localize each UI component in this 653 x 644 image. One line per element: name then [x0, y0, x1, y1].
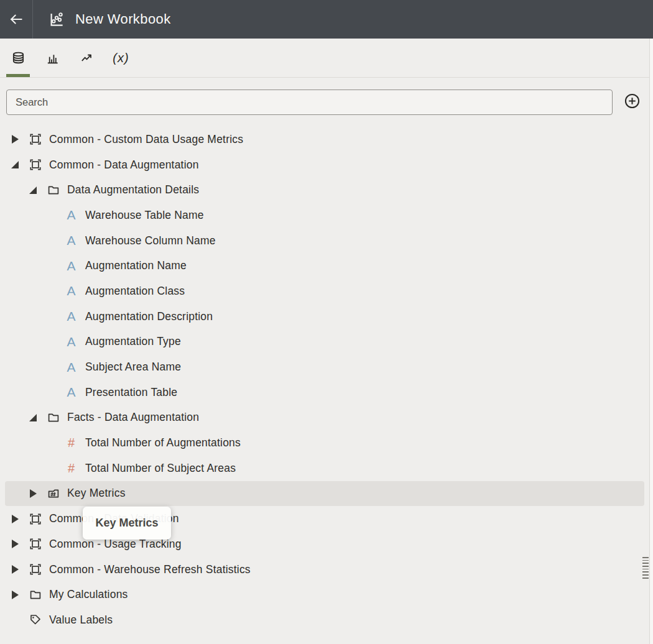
panel-toolbar: (x): [0, 39, 649, 78]
tree-item-facts-data-augmentation[interactable]: Facts - Data Augmentation: [5, 405, 644, 431]
expand-icon[interactable]: [10, 134, 20, 144]
expand-icon[interactable]: [10, 590, 20, 600]
search-input[interactable]: [6, 90, 613, 115]
tree-item-total-number-of-subject-areas[interactable]: # Total Number of Subject Areas: [5, 456, 644, 481]
subject-area-icon: [29, 512, 42, 526]
trend-line-icon: [80, 51, 94, 65]
measure-folder-icon: [47, 487, 60, 500]
collapse-icon[interactable]: [28, 185, 38, 195]
tag-icon: [29, 613, 42, 627]
tree-item-data-augmentation-details[interactable]: Data Augmentation Details: [5, 177, 644, 203]
tree-item-common-warehouse-refresh-statistics[interactable]: Common - Warehouse Refresh Statistics: [5, 557, 644, 582]
active-tab-indicator: [6, 74, 30, 77]
tree-item-total-number-of-augmentations[interactable]: # Total Number of Augmentations: [5, 430, 644, 456]
measure-icon: #: [65, 461, 78, 475]
subject-area-icon: [29, 563, 42, 576]
folder-icon: [29, 588, 42, 602]
expand-icon[interactable]: [28, 489, 38, 499]
page-title: New Workbook: [75, 11, 171, 27]
folder-icon: [47, 183, 60, 197]
attribute-icon: A: [65, 259, 78, 273]
tree-item-augmentation-type[interactable]: A Augmentation Type: [5, 329, 644, 355]
attribute-icon: A: [65, 310, 78, 323]
workbook-scatter-icon: [48, 11, 65, 28]
tree-item-common-custom-data-usage-metrics[interactable]: Common - Custom Data Usage Metrics: [5, 127, 644, 152]
subject-area-icon: [29, 537, 42, 551]
expand-icon[interactable]: [10, 539, 20, 549]
bar-chart-icon: [45, 51, 60, 65]
tree-item-common-data-augmentation[interactable]: Common - Data Augmentation: [5, 152, 644, 178]
attribute-icon: A: [65, 208, 78, 222]
expand-icon[interactable]: [10, 564, 20, 574]
tree-item-key-metrics[interactable]: Key Metrics: [5, 481, 644, 507]
tree-item-subject-area-name[interactable]: A Subject Area Name: [5, 354, 644, 380]
subject-area-icon: [29, 158, 42, 172]
app-header: New Workbook: [0, 0, 653, 39]
header-divider: [32, 0, 33, 39]
tree-item-presentation-table[interactable]: A Presentation Table: [5, 380, 644, 405]
tab-visualizations[interactable]: [35, 39, 70, 77]
collapse-icon[interactable]: [28, 413, 38, 423]
panel-resize-grip[interactable]: [642, 557, 649, 580]
tree-item-my-calculations[interactable]: My Calculations: [5, 582, 644, 607]
back-button[interactable]: [0, 0, 32, 39]
database-icon: [11, 51, 25, 65]
collapse-icon[interactable]: [10, 160, 20, 170]
data-panel-tree: Common - Custom Data Usage Metrics Commo…: [0, 127, 649, 633]
tab-variables[interactable]: (x): [104, 39, 138, 77]
folder-icon: [47, 411, 60, 425]
tree-item-warehouse-table-name[interactable]: A Warehouse Table Name: [5, 203, 644, 228]
attribute-icon: A: [65, 361, 78, 374]
subject-area-icon: [29, 132, 42, 146]
expand-icon[interactable]: [10, 514, 20, 524]
attribute-icon: A: [65, 335, 78, 349]
attribute-icon: A: [65, 234, 78, 247]
tree-item-augmentation-description[interactable]: A Augmentation Description: [5, 304, 644, 329]
attribute-icon: A: [65, 385, 78, 399]
tree-item-warehouse-column-name[interactable]: A Warehouse Column Name: [5, 228, 644, 254]
tree-item-augmentation-class[interactable]: A Augmentation Class: [5, 278, 644, 304]
function-icon: (x): [113, 51, 129, 65]
tree-item-augmentation-name[interactable]: A Augmentation Name: [5, 253, 644, 278]
key-metrics-tooltip: Key Metrics: [83, 507, 171, 540]
add-dataset-button[interactable]: [624, 93, 641, 109]
tree-item-value-labels[interactable]: Value Labels: [5, 607, 644, 633]
tab-analytics[interactable]: [70, 39, 104, 77]
attribute-icon: A: [65, 284, 78, 298]
panel-edge: [649, 39, 653, 644]
tab-data[interactable]: [1, 39, 35, 77]
measure-icon: #: [65, 436, 78, 450]
